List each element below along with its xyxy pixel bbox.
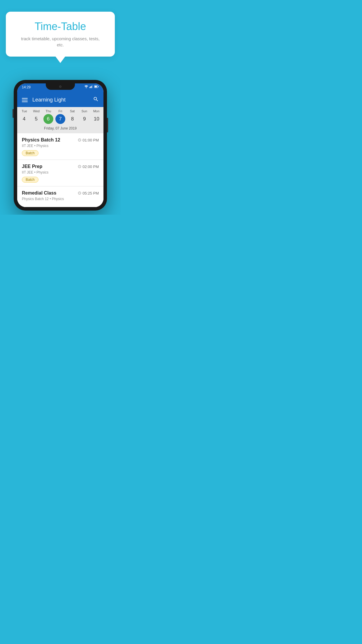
class-time-text-3: 05:25 PM bbox=[82, 191, 99, 195]
svg-rect-4 bbox=[92, 85, 93, 88]
bubble-subtitle: track timetable, upcoming classes, tests… bbox=[17, 36, 103, 48]
notch bbox=[46, 83, 75, 90]
class-item-remedial[interactable]: Remedial Class 05:25 PM Physics Batch 12… bbox=[17, 186, 103, 207]
signal-icon bbox=[89, 85, 93, 88]
status-icons bbox=[84, 85, 99, 88]
day-6-today[interactable]: 6 bbox=[43, 114, 53, 124]
svg-rect-6 bbox=[95, 86, 97, 88]
status-time: 14:29 bbox=[22, 85, 31, 89]
class-time-text-1: 01:00 PM bbox=[82, 138, 99, 142]
app-title: Learning Light bbox=[32, 97, 66, 103]
day-label-sun: Sun bbox=[78, 109, 90, 113]
svg-rect-2 bbox=[90, 86, 91, 88]
bubble-title: Time-Table bbox=[17, 20, 103, 33]
class-name-2: JEE Prep bbox=[22, 164, 42, 169]
day-label-sat: Sat bbox=[66, 109, 78, 113]
speech-bubble-card: Time-Table track timetable, upcoming cla… bbox=[6, 12, 115, 57]
class-meta-2: IIT JEE • Physics bbox=[22, 170, 99, 174]
day-5[interactable]: 5 bbox=[31, 114, 41, 124]
app-toolbar: Learning Light bbox=[17, 93, 103, 107]
day-label-mon: Mon bbox=[90, 109, 102, 113]
search-button[interactable] bbox=[93, 96, 99, 104]
status-bar: 14:29 bbox=[17, 83, 103, 93]
svg-rect-3 bbox=[91, 86, 92, 88]
class-list: Physics Batch 12 01:00 PM IIT JEE • Phys… bbox=[17, 133, 103, 207]
day-label-fri: Fri bbox=[54, 109, 66, 113]
clock-icon-3 bbox=[78, 191, 81, 195]
day-labels: Tue Wed Thu Fri Sat Sun Mon bbox=[18, 109, 102, 113]
day-8[interactable]: 8 bbox=[67, 114, 77, 124]
day-numbers: 4 5 6 7 8 9 10 bbox=[18, 114, 102, 124]
calendar-strip: Tue Wed Thu Fri Sat Sun Mon 4 5 6 7 8 9 … bbox=[17, 107, 103, 133]
clock-icon-1 bbox=[78, 138, 81, 142]
wifi-icon bbox=[84, 85, 88, 88]
day-10[interactable]: 10 bbox=[92, 114, 101, 124]
class-time-3: 05:25 PM bbox=[78, 191, 99, 195]
phone-mockup: 14:29 bbox=[14, 80, 107, 211]
class-name-3: Remedial Class bbox=[22, 190, 56, 196]
phone-screen: 14:29 bbox=[17, 83, 103, 207]
class-name-1: Physics Batch 12 bbox=[22, 137, 60, 143]
toolbar-left: Learning Light bbox=[22, 97, 66, 103]
class-time-text-2: 02:00 PM bbox=[82, 164, 99, 169]
clock-icon-2 bbox=[78, 165, 81, 168]
class-item-header-2: JEE Prep 02:00 PM bbox=[22, 164, 99, 169]
class-meta-3: Physics Batch 12 • Physics bbox=[22, 197, 99, 201]
day-label-tue: Tue bbox=[18, 109, 30, 113]
svg-rect-7 bbox=[98, 86, 99, 87]
phone-outer: 14:29 bbox=[14, 80, 107, 211]
class-item-header-1: Physics Batch 12 01:00 PM bbox=[22, 137, 99, 143]
batch-tag-1: Batch bbox=[22, 150, 38, 156]
battery-icon bbox=[94, 85, 99, 88]
search-icon bbox=[93, 96, 99, 102]
class-meta-1: IIT JEE • Physics bbox=[22, 144, 99, 148]
class-time-2: 02:00 PM bbox=[78, 164, 99, 169]
day-4[interactable]: 4 bbox=[19, 114, 29, 124]
day-7-selected[interactable]: 7 bbox=[55, 114, 65, 124]
class-item-jee-prep[interactable]: JEE Prep 02:00 PM IIT JEE • Physics Batc… bbox=[17, 160, 103, 186]
day-9[interactable]: 9 bbox=[80, 114, 89, 124]
day-label-wed: Wed bbox=[30, 109, 42, 113]
svg-rect-1 bbox=[89, 87, 90, 88]
svg-point-0 bbox=[86, 88, 87, 88]
class-item-header-3: Remedial Class 05:25 PM bbox=[22, 190, 99, 196]
batch-tag-2: Batch bbox=[22, 177, 38, 183]
class-item-physics-batch[interactable]: Physics Batch 12 01:00 PM IIT JEE • Phys… bbox=[17, 133, 103, 160]
hamburger-menu-icon[interactable] bbox=[22, 98, 28, 102]
front-camera bbox=[59, 85, 61, 88]
selected-date-label: Friday, 07 June 2019 bbox=[18, 125, 102, 132]
class-time-1: 01:00 PM bbox=[78, 138, 99, 142]
day-label-thu: Thu bbox=[42, 109, 54, 113]
